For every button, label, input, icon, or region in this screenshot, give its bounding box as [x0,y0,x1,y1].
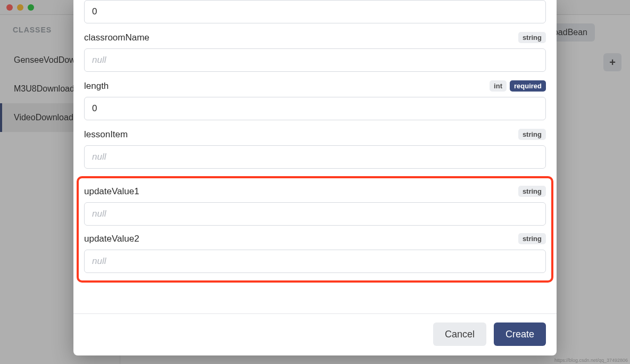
label-row: updateValue2 string [84,233,546,244]
type-tags: string [518,233,546,244]
field-group-updatevalue2: updateValue2 string [84,233,546,273]
create-button[interactable]: Create [494,322,546,346]
create-object-modal: classroomName string length int required… [73,0,557,355]
label-row: lessonItem string [84,129,546,140]
field-input-classroomname[interactable] [84,48,546,72]
field-group [84,0,546,23]
label-row: updateValue1 string [84,186,546,197]
tag-required: required [510,80,546,92]
field-label: updateValue2 [84,234,139,244]
type-tags: string [518,32,546,43]
type-tags: string [518,129,546,140]
type-tags: int required [490,80,546,92]
field-group-length: length int required [84,80,546,120]
field-label: classroomName [84,32,150,43]
cancel-button[interactable]: Cancel [433,322,486,346]
field-label: length [84,81,109,92]
tag-string: string [518,32,546,43]
field-input-0[interactable] [84,0,546,23]
modal-body: classroomName string length int required… [73,0,557,313]
field-input-lessonitem[interactable] [84,145,546,169]
field-group-classroomname: classroomName string [84,32,546,72]
tag-string: string [518,233,546,244]
watermark: https://blog.csdn.net/qq_37492806 [554,358,628,363]
tag-string: string [518,186,546,197]
field-label: updateValue1 [84,186,139,197]
field-input-length[interactable] [84,97,546,120]
highlighted-fields: updateValue1 string updateValue2 string [77,176,553,283]
field-input-updatevalue2[interactable] [84,250,546,273]
tag-int: int [490,80,507,92]
field-group-lessonitem: lessonItem string [84,129,546,169]
label-row: classroomName string [84,32,546,43]
modal-footer: Cancel Create [73,313,557,355]
field-label: lessonItem [84,129,128,140]
field-input-updatevalue1[interactable] [84,202,546,226]
field-group-updatevalue1: updateValue1 string [84,186,546,226]
label-row: length int required [84,80,546,92]
type-tags: string [518,186,546,197]
tag-string: string [518,129,546,140]
